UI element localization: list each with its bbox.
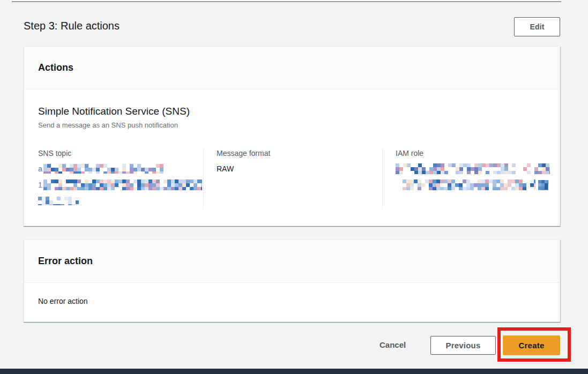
actions-card-title: Actions xyxy=(38,62,73,73)
column-divider xyxy=(382,148,383,209)
actions-card-body: Simple Notification Service (SNS) Send a… xyxy=(24,89,560,226)
step-title: Step 3: Rule actions xyxy=(24,20,120,32)
redacted-text xyxy=(396,163,550,174)
previous-button[interactable]: Previous xyxy=(430,336,496,355)
sns-topic-label: SNS topic xyxy=(38,148,202,158)
external-link-icon[interactable] xyxy=(538,180,548,190)
cancel-button[interactable]: Cancel xyxy=(379,340,406,349)
iam-role-value-line-1 xyxy=(396,163,556,174)
sns-topic-value-line-3 xyxy=(38,196,202,206)
field-iam-role: IAM role xyxy=(396,148,556,196)
iam-role-label: IAM role xyxy=(396,148,556,158)
message-format-label: Message format xyxy=(217,148,381,158)
redacted-text xyxy=(43,179,202,190)
actions-card: Actions Simple Notification Service (SNS… xyxy=(24,46,560,226)
page-footer-bar xyxy=(0,369,588,374)
sns-topic-fragment: a xyxy=(38,164,42,174)
field-message-format: Message format RAW xyxy=(217,148,381,174)
field-sns-topic: SNS topic a 1 xyxy=(38,148,202,212)
sns-action-title: Simple Notification Service (SNS) xyxy=(38,106,190,117)
edit-button[interactable]: Edit xyxy=(514,17,560,36)
redacted-text xyxy=(38,197,79,205)
error-action-card-header: Error action xyxy=(24,240,560,283)
redacted-text xyxy=(403,179,535,190)
sns-topic-fragment: 1 xyxy=(38,180,42,190)
sns-topic-value-line-1: a xyxy=(38,163,202,174)
sns-topic-value-line-2: 1 xyxy=(38,179,202,190)
redacted-text xyxy=(43,164,163,174)
message-format-value: RAW xyxy=(217,163,381,174)
error-action-card: Error action No error action xyxy=(24,240,560,322)
actions-card-header: Actions xyxy=(24,47,560,89)
sns-action-description: Send a message as an SNS push notificati… xyxy=(38,121,178,129)
previous-card-bottom-edge xyxy=(12,0,561,2)
create-button[interactable]: Create xyxy=(503,335,560,355)
error-action-card-body: No error action xyxy=(24,283,560,321)
no-error-action-text: No error action xyxy=(38,297,88,305)
iam-role-value-line-2 xyxy=(403,179,556,190)
error-action-card-title: Error action xyxy=(38,256,93,267)
column-divider xyxy=(203,148,204,209)
